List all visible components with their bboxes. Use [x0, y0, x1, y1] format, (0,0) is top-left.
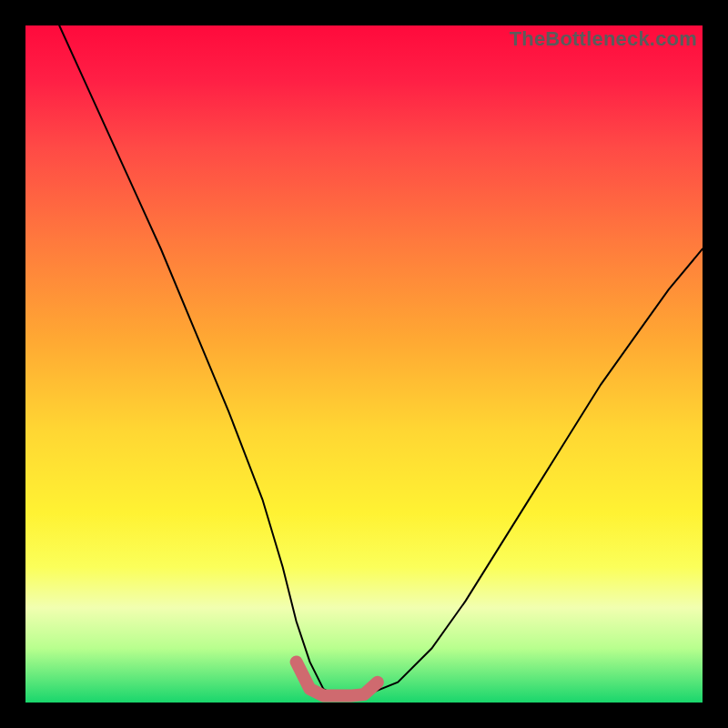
optimal-highlight-path	[297, 662, 378, 695]
chart-frame: TheBottleneck.com	[0, 0, 728, 728]
watermark-text: TheBottleneck.com	[510, 27, 697, 51]
plot-area	[25, 25, 703, 703]
bottleneck-curve-path	[59, 25, 703, 696]
bottleneck-curve-svg	[25, 25, 703, 703]
